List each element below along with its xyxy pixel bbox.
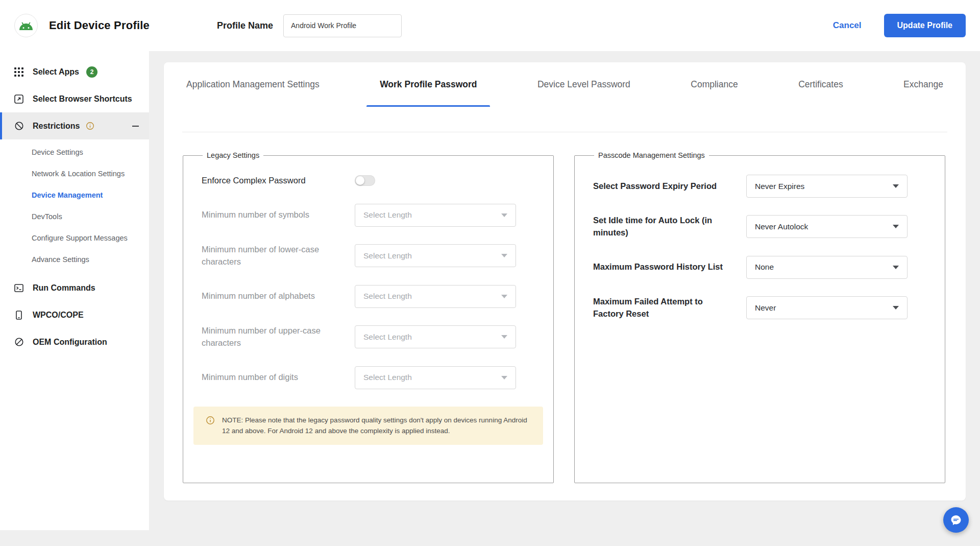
chevron-down-icon (501, 376, 507, 379)
passcode-settings-legend: Passcode Management Settings (594, 151, 709, 159)
enforce-complex-password-toggle[interactable] (355, 175, 375, 186)
page-title: Edit Device Profile (49, 19, 150, 32)
passcode-settings-group: Passcode Management Settings Select Pass… (574, 151, 945, 483)
tab-device-level-password[interactable]: Device Level Password (535, 62, 632, 107)
min-digits-row: Minimum number of digits Select Length (202, 366, 535, 389)
chevron-down-icon (893, 266, 899, 269)
chevron-down-icon (893, 306, 899, 310)
select-placeholder: Select Length (363, 210, 412, 220)
note-text: NOTE: Please note that the legacy passwo… (222, 415, 531, 437)
min-alphabets-row: Minimum number of alphabets Select Lengt… (202, 285, 535, 308)
profile-name-input[interactable] (283, 14, 402, 37)
min-lowercase-row: Minimum number of lower-case characters … (202, 244, 535, 268)
header-actions: Cancel Update Profile (833, 14, 966, 37)
oem-configuration-icon (13, 337, 24, 347)
main-content: Application Management Settings Work Pro… (149, 51, 980, 546)
sidebar-subitem-network-location-settings[interactable]: Network & Location Settings (0, 163, 149, 184)
legacy-settings-group: Legacy Settings Enforce Complex Password… (183, 151, 554, 483)
select-value: Never (755, 303, 776, 313)
field-label: Enforce Complex Password (202, 175, 355, 187)
info-icon (206, 416, 215, 427)
android-logo-icon (14, 14, 38, 37)
select-placeholder: Select Length (363, 292, 412, 301)
tab-bar: Application Management Settings Work Pro… (164, 62, 966, 107)
min-uppercase-row: Minimum number of upper-case characters … (202, 325, 535, 349)
select-apps-count-badge: 2 (86, 66, 97, 78)
field-label: Minimum number of upper-case characters (202, 325, 355, 349)
sidebar-subitem-configure-support-messages[interactable]: Configure Support Messages (0, 227, 149, 249)
chevron-down-icon (501, 254, 507, 257)
min-alphabets-select[interactable]: Select Length (355, 285, 516, 308)
field-label: Maximum Failed Attempt to Factory Reset (593, 296, 746, 320)
sidebar-item-select-browser-shortcuts[interactable]: Select Browser Shortcuts (0, 85, 149, 112)
browser-shortcuts-icon (13, 94, 24, 104)
min-uppercase-select[interactable]: Select Length (355, 325, 516, 348)
auto-lock-idle-row: Set Idle time for Auto Lock (in minutes)… (593, 215, 926, 239)
sidebar-item-label: Select Apps (33, 67, 79, 77)
sidebar-subitem-device-settings[interactable]: Device Settings (0, 141, 149, 163)
cancel-button[interactable]: Cancel (833, 20, 862, 31)
chat-bubble-icon (950, 514, 962, 526)
top-header: Edit Device Profile Profile Name Cancel … (0, 0, 980, 51)
field-label: Maximum Password History List (593, 261, 746, 273)
auto-lock-idle-select[interactable]: Never Autolock (746, 215, 908, 238)
sidebar-subitem-advance-settings[interactable]: Advance Settings (0, 249, 149, 270)
enforce-complex-password-row: Enforce Complex Password (202, 175, 535, 187)
field-label: Minimum number of symbols (202, 209, 355, 221)
field-label: Set Idle time for Auto Lock (in minutes) (593, 215, 746, 239)
min-lowercase-select[interactable]: Select Length (355, 244, 516, 267)
field-label: Select Password Expiry Period (593, 180, 746, 193)
chevron-down-icon (893, 184, 899, 188)
chevron-down-icon (501, 335, 507, 339)
password-expiry-select[interactable]: Never Expires (746, 175, 908, 198)
field-label: Minimum number of lower-case characters (202, 244, 355, 268)
password-history-row: Maximum Password History List None (593, 256, 926, 279)
select-value: Never Expires (755, 182, 804, 191)
sidebar-item-select-apps[interactable]: Select Apps 2 (0, 58, 149, 85)
sidebar-subitem-devtools[interactable]: DevTools (0, 206, 149, 227)
failed-attempts-select[interactable]: Never (746, 296, 908, 319)
terminal-icon (13, 283, 24, 293)
chevron-down-icon (893, 225, 899, 228)
select-placeholder: Select Length (363, 373, 412, 382)
select-placeholder: Select Length (363, 333, 412, 342)
sidebar-item-wpco-cope[interactable]: WPCO/COPE (0, 301, 149, 328)
toggle-knob (356, 176, 364, 185)
chevron-down-icon (501, 213, 507, 217)
password-history-select[interactable]: None (746, 256, 908, 279)
password-expiry-row: Select Password Expiry Period Never Expi… (593, 175, 926, 198)
wpco-cope-device-icon (13, 310, 24, 320)
tab-work-profile-password[interactable]: Work Profile Password (378, 62, 479, 107)
sidebar-item-label: Restrictions (33, 122, 80, 131)
update-profile-button[interactable]: Update Profile (884, 14, 966, 37)
apps-grid-icon (13, 67, 24, 77)
legacy-settings-legend: Legacy Settings (203, 151, 263, 159)
select-value: None (755, 263, 774, 272)
sidebar-item-run-commands[interactable]: Run Commands (0, 274, 149, 301)
sidebar-item-oem-configuration[interactable]: OEM Configuration (0, 328, 149, 355)
sidebar-item-label: Run Commands (33, 283, 95, 293)
tab-compliance[interactable]: Compliance (689, 62, 740, 107)
sidebar-item-label: Select Browser Shortcuts (33, 94, 132, 104)
min-symbols-row: Minimum number of symbols Select Length (202, 204, 535, 227)
min-symbols-select[interactable]: Select Length (355, 204, 516, 227)
info-icon (86, 122, 94, 130)
field-label: Minimum number of digits (202, 371, 355, 384)
profile-name-label: Profile Name (217, 20, 273, 31)
restrictions-block-icon (13, 121, 24, 131)
legacy-note-banner: NOTE: Please note that the legacy passwo… (193, 407, 543, 445)
tab-exchange[interactable]: Exchange (901, 62, 945, 107)
select-placeholder: Select Length (363, 251, 412, 260)
min-digits-select[interactable]: Select Length (355, 366, 516, 389)
select-value: Never Autolock (755, 222, 808, 231)
sidebar-item-restrictions[interactable]: Restrictions (0, 112, 149, 139)
settings-panels: Legacy Settings Enforce Complex Password… (164, 132, 966, 483)
restrictions-subitems: Device Settings Network & Location Setti… (0, 139, 149, 274)
sidebar-subitem-device-management[interactable]: Device Management (0, 184, 149, 206)
tab-certificates[interactable]: Certificates (796, 62, 845, 107)
sidebar: Select Apps 2 Select Browser Shortcuts R… (0, 51, 149, 530)
tab-application-management-settings[interactable]: Application Management Settings (184, 62, 322, 107)
collapse-icon[interactable] (132, 126, 139, 127)
profile-name-group: Profile Name (217, 14, 402, 37)
chat-support-button[interactable] (943, 507, 969, 533)
